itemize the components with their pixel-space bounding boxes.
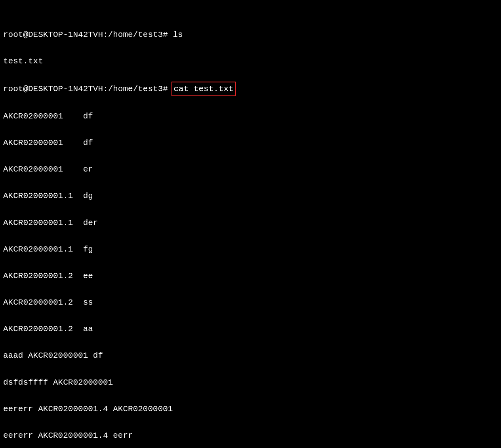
cat-output-line: AKCR02000001.2 ss [3,296,498,309]
cat-output-line: AKCR02000001.1 der [3,216,498,230]
prompt-line-cat: root@DESKTOP-1N42TVH:/home/test3# cat te… [3,82,498,97]
cat-output-line: aaad AKCR02000001 df [3,349,498,362]
terminal[interactable]: root@DESKTOP-1N42TVH:/home/test3# ls tes… [0,0,501,448]
cat-output-line: AKCR02000001.2 ee [3,269,498,283]
cmd-cat: cat test.txt [173,84,233,93]
cat-output-line: AKCR02000001.1 fg [3,243,498,256]
prompt-line-ls: root@DESKTOP-1N42TVH:/home/test3# ls [3,28,498,42]
cat-output-line: AKCR02000001.1 dg [3,189,498,203]
cat-output-line: dsfdsffff AKCR02000001 [3,376,498,389]
shell-prompt: root@DESKTOP-1N42TVH:/home/test3# [3,30,173,39]
cmd-ls: ls [173,30,183,39]
cat-output-line: AKCR02000001 df [3,136,498,150]
cat-output-line: AKCR02000001.2 aa [3,322,498,336]
cmd-cat-highlight: cat test.txt [171,82,235,97]
cat-output-line: AKCR02000001 er [3,163,498,176]
cat-output-line: eererr AKCR02000001.4 AKCR02000001 [3,402,498,416]
cat-output-line: AKCR02000001 df [3,110,498,123]
cat-output-line: eererr AKCR02000001.4 eerr [3,429,498,442]
shell-prompt: root@DESKTOP-1N42TVH:/home/test3# [3,84,173,93]
ls-output: test.txt [3,55,498,68]
